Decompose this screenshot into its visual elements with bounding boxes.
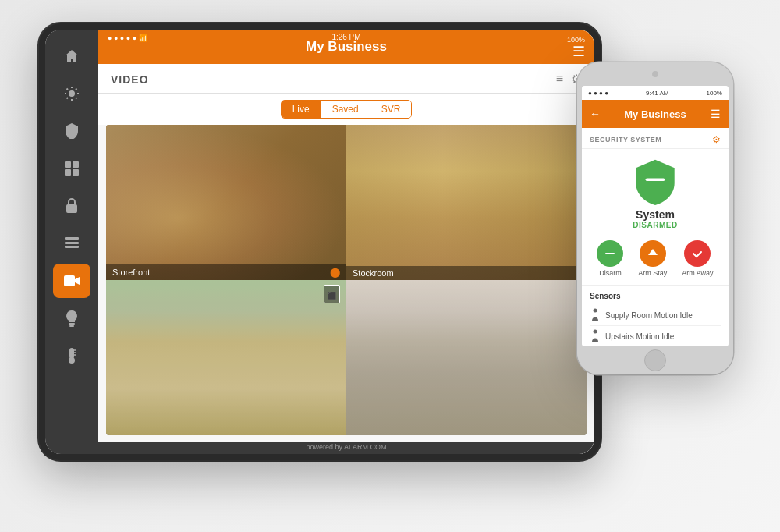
sensors-title: Sensors: [590, 292, 721, 300]
storefront-name: Storefront: [112, 268, 150, 277]
phone-camera-dot: [652, 71, 658, 77]
svg-point-0: [69, 90, 75, 97]
sensor-1-icon: [590, 308, 601, 322]
system-name: System: [636, 208, 675, 221]
wifi-icon: 📶: [139, 34, 147, 42]
arm-away-circle: [684, 240, 711, 267]
security-shield-icon: [633, 158, 677, 205]
phone-title: My Business: [624, 108, 686, 120]
phone-menu-icon[interactable]: ☰: [711, 108, 721, 120]
video-label: VIDEO: [111, 73, 149, 86]
sidebar-item-light[interactable]: [53, 301, 90, 335]
camera-storefront[interactable]: Storefront ⬤: [106, 125, 346, 280]
svg-rect-16: [65, 246, 79, 248]
phone-signal: ● ● ● ●: [588, 90, 608, 97]
video-tab-group: Live Saved SVR: [281, 100, 413, 119]
svg-point-20: [69, 357, 75, 364]
tab-saved[interactable]: Saved: [321, 101, 370, 118]
video-tab-row: Live Saved SVR: [98, 94, 594, 125]
arm-stay-circle: [640, 240, 666, 267]
signal-dots: ● ● ● ● ●: [108, 34, 136, 42]
svg-point-27: [594, 330, 597, 334]
sidebar-item-garage[interactable]: [53, 226, 90, 261]
svg-rect-10: [73, 161, 79, 168]
arm-stay-label: Arm Stay: [638, 269, 667, 277]
storefront-record-icon: ⬤: [330, 267, 340, 278]
filter-icon[interactable]: ≡: [556, 72, 563, 87]
sidebar-item-camera[interactable]: [53, 264, 90, 298]
sidebar-item-thermostat[interactable]: [53, 339, 90, 373]
tablet-status-bar: ● ● ● ● ● 📶: [108, 34, 147, 42]
video-header: VIDEO ≡ ⚙: [98, 64, 594, 94]
sidebar-item-security[interactable]: [53, 114, 90, 148]
sensors-section: Sensors Supply Room Motion Idle Upstairs…: [582, 286, 729, 346]
tab-svr[interactable]: SVR: [370, 101, 412, 118]
system-status: DISARMED: [633, 221, 677, 229]
svg-rect-17: [69, 323, 75, 325]
sensor-1: Supply Room Motion Idle: [590, 305, 721, 326]
tablet-powered-by: powered by ALARM.COM: [98, 442, 594, 454]
arm-buttons-row: Disarm Arm Stay Arm Away: [582, 236, 729, 286]
svg-line-6: [76, 98, 77, 99]
security-system-label: SECURITY SYSTEM: [590, 136, 661, 144]
phone-top-notch: [577, 62, 733, 86]
phone-top-bar: ← My Business ☰: [582, 100, 729, 128]
tablet-time: 1:26 PM: [332, 33, 360, 41]
sensor-2-icon: [590, 329, 601, 343]
arm-stay-button[interactable]: Arm Stay: [638, 240, 667, 277]
sidebar: [45, 30, 98, 454]
security-system-header: SECURITY SYSTEM ⚙: [582, 128, 729, 149]
svg-rect-12: [73, 169, 79, 176]
svg-rect-18: [69, 325, 74, 327]
stockroom-label: Stockroom: [346, 266, 587, 280]
phone-content: SECURITY SYSTEM ⚙ System DISARMED: [582, 128, 729, 346]
svg-rect-19: [69, 348, 74, 359]
sidebar-item-lock[interactable]: [53, 189, 90, 223]
scene: ● ● ● ● ● 📶 1:26 PM My Business 100% ☰ V…: [0, 0, 780, 532]
tablet-menu-icon[interactable]: ☰: [573, 43, 585, 60]
svg-rect-15: [65, 242, 79, 244]
phone-time: 9:41 AM: [646, 90, 668, 97]
camera-stockroom[interactable]: Stockroom: [346, 125, 587, 280]
phone: ● ● ● ● 9:41 AM 100% ← My Business ☰ SEC…: [577, 62, 733, 374]
bottom-left-icon: ⬛: [328, 292, 336, 300]
svg-point-26: [594, 309, 597, 313]
tablet-screen: ● ● ● ● ● 📶 1:26 PM My Business 100% ☰ V…: [45, 30, 594, 454]
tablet-title: My Business: [306, 39, 387, 55]
svg-rect-25: [605, 253, 615, 254]
svg-line-8: [67, 98, 69, 99]
tablet-top-bar: ● ● ● ● ● 📶 1:26 PM My Business 100% ☰: [98, 30, 594, 64]
svg-rect-24: [646, 179, 665, 182]
tab-live[interactable]: Live: [282, 101, 321, 118]
phone-battery: 100%: [707, 90, 722, 97]
sidebar-item-gallery[interactable]: [53, 151, 90, 186]
arm-away-label: Arm Away: [682, 269, 713, 277]
disarm-circle: [597, 240, 623, 267]
svg-rect-9: [65, 161, 71, 168]
svg-line-7: [76, 89, 77, 90]
main-content: ● ● ● ● ● 📶 1:26 PM My Business 100% ☰ V…: [98, 30, 594, 454]
sidebar-item-brightness[interactable]: [53, 76, 90, 111]
svg-rect-11: [65, 169, 71, 176]
disarm-button[interactable]: Disarm: [597, 240, 623, 277]
camera-bottom-left[interactable]: ⬛: [106, 280, 346, 435]
tablet: ● ● ● ● ● 📶 1:26 PM My Business 100% ☰ V…: [39, 23, 601, 460]
phone-bottom: [577, 346, 733, 374]
svg-rect-14: [65, 237, 79, 240]
sidebar-item-home[interactable]: [53, 39, 90, 73]
security-gear-icon[interactable]: ⚙: [712, 134, 721, 145]
phone-screen: ● ● ● ● 9:41 AM 100% ← My Business ☰ SEC…: [582, 86, 729, 346]
stockroom-name: Stockroom: [353, 268, 394, 278]
sensor-2: Upstairs Motion Idle: [590, 326, 721, 346]
svg-rect-13: [66, 204, 77, 213]
arm-away-button[interactable]: Arm Away: [682, 240, 713, 277]
disarm-label: Disarm: [599, 269, 622, 277]
video-grid: Storefront ⬤ Stockroom ⬛: [106, 125, 587, 435]
svg-line-5: [67, 89, 69, 90]
phone-back-button[interactable]: ←: [590, 108, 601, 120]
shield-area: System DISARMED: [582, 149, 729, 236]
phone-status-bar: ● ● ● ● 9:41 AM 100%: [582, 86, 729, 100]
phone-home-button[interactable]: [644, 349, 666, 371]
storefront-label: Storefront ⬤: [106, 264, 346, 280]
camera-bottom-right[interactable]: [346, 280, 587, 435]
